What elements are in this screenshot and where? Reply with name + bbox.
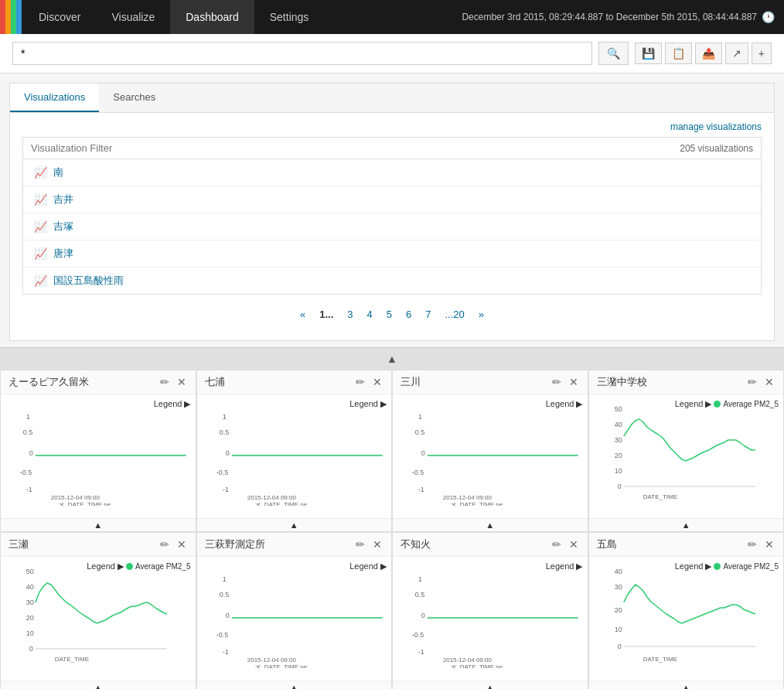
vis-label-4: 唐津 xyxy=(53,247,73,261)
dash-panel-7-footer[interactable]: ▲ xyxy=(393,680,588,689)
nav-visualize[interactable]: Visualize xyxy=(96,0,170,34)
dash-panel-1-chart: Legend ▶ Average PM2_5 1 0.5 0 -0.5 -1 2… xyxy=(1,394,196,518)
svg-text:2015-12-04 09:00: 2015-12-04 09:00 xyxy=(443,494,493,501)
dash-panel-5-footer[interactable]: ▲ xyxy=(1,680,196,689)
list-item[interactable]: 📈 吉井 xyxy=(23,186,761,213)
chart-icon-3: 📈 xyxy=(34,220,47,233)
dash-panel-7-close[interactable]: ✕ xyxy=(568,538,580,551)
search-button[interactable]: 🔍 xyxy=(598,42,629,65)
dash-panel-3-edit[interactable]: ✏ xyxy=(551,376,563,388)
dash-panel-2-close[interactable]: ✕ xyxy=(371,376,383,388)
legend-link-1[interactable]: Legend ▶ xyxy=(154,399,191,409)
page-20[interactable]: ...20 xyxy=(440,307,469,322)
list-item[interactable]: 📈 南 xyxy=(23,159,761,186)
list-item[interactable]: 📈 吉塚 xyxy=(23,213,761,240)
page-1[interactable]: 1... xyxy=(315,307,338,322)
manage-visualizations-link[interactable]: manage visualizations xyxy=(670,121,762,132)
svg-text:0.5: 0.5 xyxy=(219,591,229,599)
dash-panel-6-edit[interactable]: ✏ xyxy=(354,538,366,551)
dash-panel-7-title: 不知火 xyxy=(401,537,431,551)
chart-svg-6: 1 0.5 0 -0.5 -1 2015-12-04 09:00 :K_DATE… xyxy=(197,560,390,668)
dash-panel-3-title: 三川 xyxy=(401,375,421,389)
nav-settings[interactable]: Settings xyxy=(254,0,325,34)
chart-svg-8: 40 30 20 10 0 DATE_TIME xyxy=(589,560,782,668)
chart-svg-1: Average PM2_5 1 0.5 0 -0.5 -1 2015-12-04… xyxy=(1,397,194,506)
vis-filter-input[interactable] xyxy=(31,142,680,154)
vis-label-3: 吉塚 xyxy=(53,220,73,234)
collapse-bar[interactable]: ▲ xyxy=(0,347,784,370)
dash-panel-4-footer[interactable]: ▲ xyxy=(589,518,784,531)
dash-panel-5-edit[interactable]: ✏ xyxy=(159,538,171,551)
nav-brand xyxy=(0,0,23,34)
tab-searches[interactable]: Searches xyxy=(99,84,169,112)
svg-text:1: 1 xyxy=(418,575,422,583)
dash-panel-3-footer[interactable]: ▲ xyxy=(393,518,588,531)
search-input[interactable] xyxy=(12,42,592,65)
dash-panel-8: 五島 ✏ ✕ Legend ▶ Average PM2_5 40 30 20 1… xyxy=(588,532,785,689)
clock-icon: 🕐 xyxy=(762,11,775,23)
page-prev[interactable]: « xyxy=(295,307,310,322)
nav-discover[interactable]: Discover xyxy=(23,0,96,34)
legend-link-6[interactable]: Legend ▶ xyxy=(349,561,387,571)
dash-panel-2-footer[interactable]: ▲ xyxy=(197,518,392,531)
dash-panel-5-title: 三瀬 xyxy=(9,537,29,551)
dash-panel-8-footer[interactable]: ▲ xyxy=(589,680,784,689)
load-button[interactable]: 📋 xyxy=(665,43,692,64)
add-button[interactable]: + xyxy=(752,43,772,64)
legend-4[interactable]: Legend ▶ Average PM2_5 xyxy=(675,399,779,409)
legend-5[interactable]: Legend ▶ Average PM2_5 xyxy=(87,561,190,571)
svg-text:DATE_TIME: DATE_TIME xyxy=(55,656,89,663)
svg-text::K_DATE_TIME pe: :K_DATE_TIME pe xyxy=(451,663,503,668)
dash-panel-6-footer[interactable]: ▲ xyxy=(197,680,392,689)
dash-panel-1-header: えーるピア久留米 ✏ ✕ xyxy=(1,370,196,394)
svg-text:2015-12-04 09:00: 2015-12-04 09:00 xyxy=(443,657,493,663)
svg-text:1: 1 xyxy=(418,413,422,421)
legend-link-7[interactable]: Legend ▶ xyxy=(546,561,583,571)
svg-text:2015-12-04 09:00: 2015-12-04 09:00 xyxy=(247,657,296,663)
page-7[interactable]: 7 xyxy=(421,307,435,322)
page-4[interactable]: 4 xyxy=(363,307,377,322)
dash-panel-6-close[interactable]: ✕ xyxy=(371,538,383,551)
dash-panel-4-header: 三潴中学校 ✏ ✕ xyxy=(589,370,784,394)
main-panel: Visualizations Searches manage visualiza… xyxy=(9,83,775,341)
dash-panel-6: 三萩野測定所 ✏ ✕ Legend ▶ 1 0.5 0 -0.5 -1 2015… xyxy=(196,532,393,689)
dash-panel-2-edit[interactable]: ✏ xyxy=(354,376,366,388)
legend-link-3[interactable]: Legend ▶ xyxy=(546,399,583,409)
dashboard-row-2: 三瀬 ✏ ✕ Legend ▶ Average PM2_5 50 40 30 2… xyxy=(0,532,784,689)
dash-panel-4: 三潴中学校 ✏ ✕ Legend ▶ Average PM2_5 50 40 3… xyxy=(588,370,785,532)
svg-text:DATE_TIME: DATE_TIME xyxy=(643,493,677,500)
tab-visualizations[interactable]: Visualizations xyxy=(10,84,99,112)
page-next[interactable]: » xyxy=(474,307,489,322)
nav-dashboard[interactable]: Dashboard xyxy=(170,0,254,34)
dash-panel-8-edit[interactable]: ✏ xyxy=(746,538,758,551)
svg-text:0: 0 xyxy=(617,643,621,650)
chart-svg-3: Average PM2_5 1 0.5 0 -0.5 -1 2015-12-04… xyxy=(393,397,586,506)
share-button[interactable]: 📤 xyxy=(695,43,722,64)
svg-text:20: 20 xyxy=(26,614,34,622)
svg-text:-1: -1 xyxy=(418,648,424,656)
list-item[interactable]: 📈 国設五島酸性雨 xyxy=(23,268,761,294)
dash-panel-1-footer[interactable]: ▲ xyxy=(1,518,196,531)
dash-panel-7-edit[interactable]: ✏ xyxy=(551,538,563,551)
page-6[interactable]: 6 xyxy=(401,307,416,322)
page-5[interactable]: 5 xyxy=(382,307,397,322)
dash-panel-4-edit[interactable]: ✏ xyxy=(746,376,758,388)
dash-panel-5-close[interactable]: ✕ xyxy=(176,538,188,551)
page-3[interactable]: 3 xyxy=(343,307,357,322)
dash-panel-1-edit[interactable]: ✏ xyxy=(159,376,171,388)
list-item[interactable]: 📈 唐津 xyxy=(23,240,761,268)
dash-panel-3-close[interactable]: ✕ xyxy=(568,376,580,388)
open-button[interactable]: ↗ xyxy=(725,43,748,64)
svg-text:0: 0 xyxy=(421,612,425,619)
dash-panel-1-close[interactable]: ✕ xyxy=(176,376,188,388)
dash-panel-6-title: 三萩野測定所 xyxy=(205,537,265,551)
dash-panel-8-close[interactable]: ✕ xyxy=(763,538,775,551)
svg-text:-1: -1 xyxy=(26,486,32,493)
legend-link-2[interactable]: Legend ▶ xyxy=(349,399,387,409)
dash-panel-4-close[interactable]: ✕ xyxy=(763,376,775,388)
legend-8[interactable]: Legend ▶ Average PM2_5 xyxy=(675,561,779,571)
svg-text:0: 0 xyxy=(29,449,33,457)
svg-text:-0.5: -0.5 xyxy=(412,631,424,639)
save-button[interactable]: 💾 xyxy=(635,43,662,64)
svg-text:30: 30 xyxy=(614,436,622,444)
